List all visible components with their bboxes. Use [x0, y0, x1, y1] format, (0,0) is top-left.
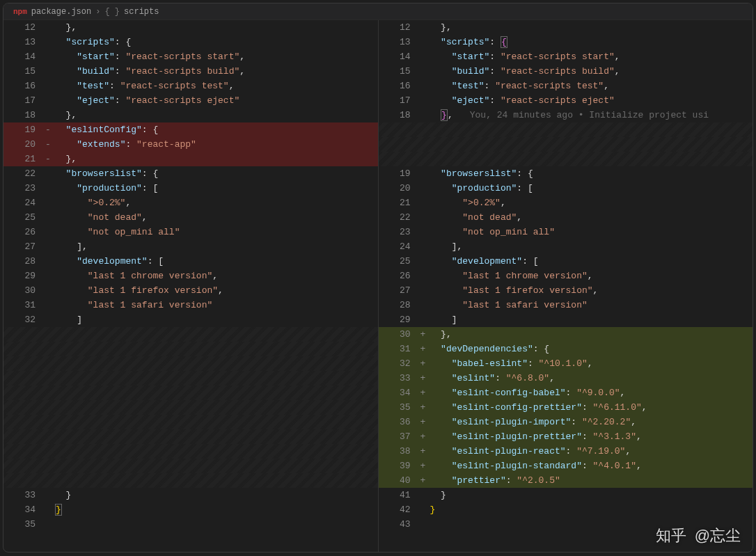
code-line[interactable]: 21 ">0.2%", [379, 196, 753, 210]
line-number: 21 [379, 196, 420, 210]
code-line[interactable] [379, 137, 753, 152]
code-line[interactable]: 34} [3, 502, 378, 517]
code-line[interactable]: 30 "last 1 firefox version", [3, 283, 378, 298]
code-line[interactable]: 37+ "eslint-plugin-prettier": "^3.1.3", [379, 429, 753, 444]
code-line[interactable]: 39+ "eslint-plugin-standard": "^4.0.1", [379, 459, 753, 473]
code-line[interactable]: 15 "build": "react-scripts build", [3, 64, 378, 79]
code-line[interactable]: 25 "development": [ [379, 254, 753, 269]
line-number: 24 [379, 239, 420, 254]
code-content: "last 1 safari version" [45, 298, 378, 312]
line-number: 39+ [379, 459, 420, 473]
code-line[interactable]: 15 "build": "react-scripts build", [379, 64, 753, 79]
code-line[interactable]: 22 "not dead", [379, 210, 753, 225]
code-line[interactable]: 17 "eject": "react-scripts eject" [379, 93, 753, 108]
diff-pane-modified[interactable]: 12 },13 "scripts": {14 "start": "react-s… [379, 20, 753, 552]
code-line[interactable]: 24 ">0.2%", [3, 196, 378, 210]
code-line[interactable] [3, 429, 378, 444]
code-line[interactable]: 16 "test": "react-scripts test", [379, 79, 753, 93]
code-line[interactable]: 13 "scripts": { [3, 35, 378, 49]
code-line[interactable]: 14 "start": "react-scripts start", [379, 49, 753, 64]
breadcrumb-file[interactable]: package.json [31, 7, 91, 17]
code-line[interactable]: 38+ "eslint-plugin-react": "^7.19.0", [379, 444, 753, 459]
npm-file-icon: npm [13, 8, 27, 16]
code-line[interactable] [3, 371, 378, 386]
code-line[interactable]: 33 } [3, 488, 378, 502]
code-line[interactable]: 25 "not dead", [3, 210, 378, 225]
code-line[interactable]: 35 [3, 517, 378, 532]
line-number: 22 [379, 210, 420, 225]
code-content [45, 386, 378, 400]
code-line[interactable] [3, 473, 378, 488]
code-line[interactable]: 32+ "babel-eslint": "^10.1.0", [379, 356, 753, 371]
code-line[interactable] [3, 400, 378, 415]
code-line[interactable]: 23 "production": [ [3, 181, 378, 196]
code-line[interactable]: 31+ "devDependencies": { [379, 342, 753, 356]
code-line[interactable]: 30+ }, [379, 327, 753, 342]
line-number: 17 [3, 93, 45, 108]
code-line[interactable]: 41 } [379, 488, 753, 502]
line-number [379, 137, 420, 152]
code-line[interactable]: 19 "browserslist": { [379, 166, 753, 181]
code-line[interactable]: 29 ] [379, 312, 753, 327]
code-content: "not op_mini all" [45, 225, 378, 239]
code-line[interactable]: 26 "not op_mini all" [3, 225, 378, 239]
code-content: "test": "react-scripts test", [45, 79, 378, 93]
code-content: "build": "react-scripts build", [420, 64, 753, 79]
code-line[interactable]: 40+ "prettier": "^2.0.5" [379, 473, 753, 488]
code-line[interactable]: 24 ], [379, 239, 753, 254]
code-line[interactable] [379, 152, 753, 166]
code-line[interactable]: 34+ "eslint-config-babel": "^9.0.0", [379, 386, 753, 400]
code-content: "build": "react-scripts build", [45, 64, 378, 79]
code-line[interactable] [3, 342, 378, 356]
code-line[interactable]: 17 "eject": "react-scripts eject" [3, 93, 378, 108]
code-content: "development": [ [45, 254, 378, 269]
code-line[interactable]: 20 "production": [ [379, 181, 753, 196]
diff-pane-original[interactable]: 12 },13 "scripts": {14 "start": "react-s… [3, 20, 379, 552]
code-line[interactable]: 13 "scripts": { [379, 35, 753, 49]
line-number: 31+ [379, 342, 420, 356]
code-line[interactable]: 28 "development": [ [3, 254, 378, 269]
line-number: 38+ [379, 444, 420, 459]
code-line[interactable] [3, 415, 378, 429]
line-number: 12 [379, 20, 420, 35]
code-line[interactable]: 18 },You, 24 minutes ago • Initialize pr… [379, 108, 753, 122]
code-line[interactable]: 33+ "eslint": "^6.8.0", [379, 371, 753, 386]
breadcrumb-section[interactable]: scripts [124, 7, 159, 17]
code-line[interactable]: 29 "last 1 chrome version", [3, 269, 378, 283]
code-line[interactable]: 35+ "eslint-config-prettier": "^6.11.0", [379, 400, 753, 415]
code-line[interactable]: 36+ "eslint-plugin-import": "^2.20.2", [379, 415, 753, 429]
line-number: 43 [379, 517, 420, 532]
code-line[interactable]: 18 }, [3, 108, 378, 122]
code-content: "eslintConfig": { [45, 122, 378, 137]
code-line[interactable] [3, 459, 378, 473]
code-line[interactable]: 19- "eslintConfig": { [3, 122, 378, 137]
code-line[interactable]: 22 "browserslist": { [3, 166, 378, 181]
code-line[interactable]: 26 "last 1 chrome version", [379, 269, 753, 283]
code-line[interactable] [3, 444, 378, 459]
code-line[interactable]: 28 "last 1 safari version" [379, 298, 753, 312]
code-line[interactable]: 12 }, [379, 20, 753, 35]
line-number: 23 [3, 181, 45, 196]
code-line[interactable] [379, 122, 753, 137]
code-line[interactable]: 12 }, [3, 20, 378, 35]
code-line[interactable]: 31 "last 1 safari version" [3, 298, 378, 312]
code-content: "prettier": "^2.0.5" [420, 473, 753, 488]
code-line[interactable]: 27 "last 1 firefox version", [379, 283, 753, 298]
code-line[interactable] [3, 327, 378, 342]
code-line[interactable]: 42} [379, 502, 753, 517]
code-line[interactable]: 21- }, [3, 152, 378, 166]
code-line[interactable]: 16 "test": "react-scripts test", [3, 79, 378, 93]
code-line[interactable] [3, 386, 378, 400]
code-line[interactable] [3, 356, 378, 371]
code-line[interactable]: 27 ], [3, 239, 378, 254]
code-line[interactable]: 32 ] [3, 312, 378, 327]
code-content: "scripts": { [45, 35, 378, 49]
code-line[interactable]: 14 "start": "react-scripts start", [3, 49, 378, 64]
code-content: "development": [ [420, 254, 753, 269]
line-number [3, 356, 45, 371]
code-line[interactable]: 23 "not op_mini all" [379, 225, 753, 239]
breadcrumb[interactable]: npm package.json › { } scripts [3, 3, 753, 20]
code-content [45, 327, 378, 342]
code-line[interactable]: 20- "extends": "react-app" [3, 137, 378, 152]
line-number: 35+ [379, 400, 420, 415]
